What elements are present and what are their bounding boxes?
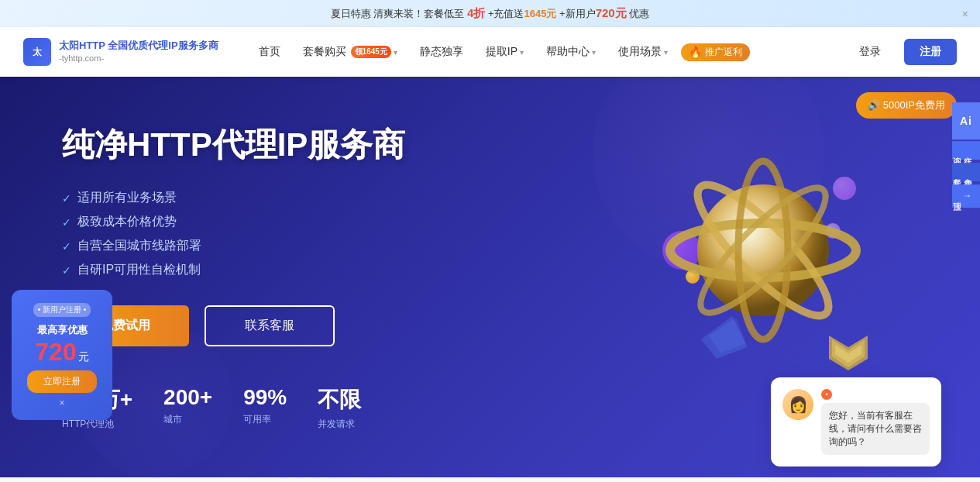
check-icon-4: ✓	[62, 264, 71, 277]
logo: 太 太阳HTTP 全国优质代理IP服务多商 -tyhttp.com-	[23, 38, 218, 66]
check-icon-3: ✓	[62, 240, 71, 253]
sidebar-tab-chat[interactable]: 在线咨询	[952, 141, 980, 160]
nav-packages[interactable]: 套餐购买 领1645元 ▾	[294, 27, 407, 77]
nav: 首页 套餐购买 领1645元 ▾ 静态独享 提取IP ▾ 帮助中心 ▾ 使用场景…	[249, 27, 848, 77]
nav-extract[interactable]: 提取IP ▾	[476, 27, 533, 77]
banner-bonus: 1645元	[524, 8, 557, 19]
logo-sub: -tyhttp.com-	[59, 53, 218, 64]
logo-text: 太阳HTTP 全国优质代理IP服务多商 -tyhttp.com-	[59, 39, 218, 65]
nav-home[interactable]: 首页	[249, 27, 290, 77]
banner-text: 夏日特惠 清爽来装！套餐低至 4折 +充值送1645元 +新用户720元 优惠	[331, 8, 650, 19]
free-ip-button[interactable]: 🔊 5000IP免费用	[856, 92, 957, 119]
banner-new-user: 720元	[596, 6, 627, 19]
header: 太 太阳HTTP 全国优质代理IP服务多商 -tyhttp.com- 首页 套餐…	[0, 27, 980, 77]
stat-number-2: 200+	[163, 385, 212, 410]
what-section: 什么是HTTP代理	[0, 477, 980, 482]
stat-availability: 99% 可用率	[243, 385, 287, 431]
chat-content: • 您好，当前有客服在线，请问有什么需要咨询的吗？	[821, 389, 930, 455]
sidebar-tab-ai[interactable]: Ai	[952, 102, 980, 139]
banner-discount: 4折	[467, 6, 485, 19]
header-right: 登录 注册	[848, 39, 957, 65]
register-button[interactable]: 注册	[904, 39, 957, 65]
right-sidebar: Ai 在线咨询 免费套餐 ↑置顶	[952, 102, 980, 208]
fire-icon: 🔥	[689, 46, 702, 58]
check-icon-1: ✓	[62, 192, 71, 205]
chevron-down-icon: ▾	[394, 48, 397, 57]
hero-features: ✓ 适用所有业务场景 ✓ 极致成本价格优势 ✓ 自营全国城市线路部署 ✓ 自研I…	[62, 190, 918, 278]
new-user-register-button[interactable]: 立即注册	[27, 370, 97, 393]
logo-icon: 太	[23, 38, 51, 66]
chat-message: 您好，当前有客服在线，请问有什么需要咨询的吗？	[821, 403, 930, 455]
check-icon-2: ✓	[62, 216, 71, 229]
chevron-down-icon-3: ▾	[592, 48, 596, 57]
stat-number-4: 不限	[318, 385, 361, 415]
nav-use-cases[interactable]: 使用场景 ▾	[609, 27, 677, 77]
new-user-popup: • 新用户注册 • 最高享优惠 720 元 立即注册 ×	[12, 290, 112, 420]
stat-cities: 200+ 城市	[163, 385, 212, 431]
feature-1: ✓ 适用所有业务场景	[62, 190, 918, 206]
banner-text1: 夏日特惠 清爽来装！套餐低至	[331, 8, 467, 19]
stat-label-4: 并发请求	[318, 418, 361, 431]
feature-4: ✓ 自研IP可用性自检机制	[62, 262, 918, 278]
stat-concurrency: 不限 并发请求	[318, 385, 361, 431]
nav-promo[interactable]: 🔥 推广返利	[681, 43, 750, 61]
banner-text3: +新用户	[556, 8, 595, 19]
chat-indicator: •	[821, 389, 930, 400]
stat-label-2: 城市	[163, 413, 212, 426]
nav-static[interactable]: 静态独享	[411, 27, 473, 77]
new-user-main-text: 最高享优惠	[27, 323, 97, 337]
chat-popup: 👩 • 您好，当前有客服在线，请问有什么需要咨询的吗？	[771, 377, 941, 467]
new-user-unit: 元	[78, 350, 89, 364]
nav-help[interactable]: 帮助中心 ▾	[537, 27, 605, 77]
chat-dot: •	[821, 389, 832, 400]
new-user-tag: • 新用户注册 •	[33, 303, 91, 317]
stat-label-3: 可用率	[243, 413, 287, 426]
stat-number-3: 99%	[243, 385, 287, 410]
chevron-down-icon-2: ▾	[520, 48, 524, 57]
contact-button[interactable]: 联系客服	[205, 305, 335, 346]
sidebar-tab-free[interactable]: 免费套餐	[952, 163, 980, 181]
banner-text2: +充值送	[485, 8, 524, 19]
new-user-close-button[interactable]: ×	[27, 398, 97, 408]
new-user-number: 720	[35, 339, 76, 364]
chevron-down-icon-4: ▾	[664, 48, 668, 57]
package-badge: 领1645元	[351, 46, 391, 58]
logo-main: 太阳HTTP 全国优质代理IP服务多商	[59, 39, 218, 53]
banner-close-button[interactable]: ×	[962, 8, 968, 20]
login-button[interactable]: 登录	[848, 40, 892, 64]
feature-2: ✓ 极致成本价格优势	[62, 214, 918, 230]
new-user-discount: 720 元	[27, 339, 97, 364]
sidebar-tab-top[interactable]: ↑置顶	[952, 184, 980, 208]
feature-3: ✓ 自营全国城市线路部署	[62, 238, 918, 254]
hero-title: 纯净HTTP代理IP服务商	[62, 123, 918, 167]
chat-avatar: 👩	[782, 389, 813, 420]
hero-buttons: 免费试用 联系客服	[62, 305, 918, 346]
banner-text4: 优惠	[627, 8, 650, 19]
top-banner: 夏日特惠 清爽来装！套餐低至 4折 +充值送1645元 +新用户720元 优惠 …	[0, 0, 980, 27]
